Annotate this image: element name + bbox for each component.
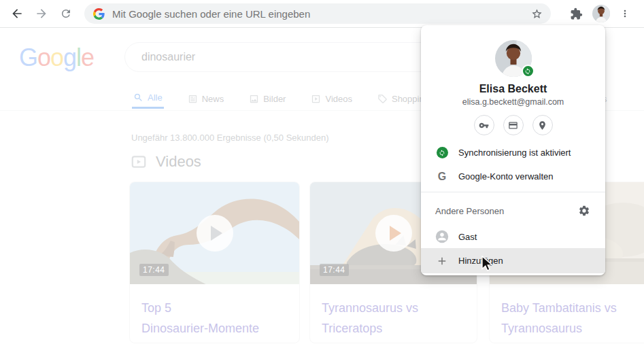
profile-avatar-large	[495, 40, 532, 77]
manage-account-item[interactable]: G Google-Konto verwalten	[421, 165, 605, 188]
profile-menu: Elisa Beckett elisa.g.beckett@gmail.com …	[421, 25, 605, 275]
forward-button[interactable]	[33, 5, 50, 22]
account-name: Elisa Beckett	[421, 83, 605, 95]
guest-item[interactable]: Gast	[421, 225, 605, 248]
other-people-section: Andere Personen	[421, 196, 605, 225]
profile-menu-items: Synchronisierung ist aktiviert G Google-…	[421, 141, 605, 188]
video-title-link[interactable]: Top 5 Dinosaurier-Momente	[130, 284, 299, 339]
logo-letter: G	[19, 44, 37, 71]
news-icon	[188, 94, 198, 104]
other-people-label: Andere Personen	[435, 206, 504, 216]
guest-label: Gast	[458, 232, 477, 242]
credit-card-icon	[508, 120, 518, 131]
add-icon-wrap	[435, 255, 449, 267]
tab-bilder[interactable]: Bilder	[248, 88, 287, 109]
key-icon	[479, 120, 489, 131]
tab-videos[interactable]: Videos	[309, 88, 354, 109]
add-person-label: Hinzufügen	[458, 256, 503, 266]
guest-avatar-icon	[435, 230, 449, 243]
puzzle-icon	[570, 7, 583, 20]
sync-icon	[524, 68, 531, 75]
forward-arrow-icon	[35, 7, 48, 20]
plus-icon	[436, 255, 448, 267]
video-title-line: Triceratops	[322, 318, 465, 339]
passwords-button[interactable]	[474, 115, 494, 135]
quick-actions-row	[421, 115, 605, 135]
manage-people-button[interactable]	[577, 204, 591, 218]
logo-letter: o	[50, 44, 63, 71]
shopping-tag-icon	[377, 94, 388, 104]
tab-label: News	[202, 94, 224, 104]
video-title-link[interactable]: Tyrannosaurus vs Triceratops	[310, 284, 477, 339]
video-title-line: Baby Tambatitanis vs	[501, 298, 644, 318]
tab-label: Videos	[325, 94, 352, 104]
tab-alle[interactable]: Alle	[132, 88, 164, 109]
play-icon	[211, 226, 222, 241]
search-query-text: dinosaurier	[141, 51, 195, 63]
video-title-line: Top 5	[141, 298, 288, 318]
reload-button[interactable]	[57, 5, 75, 22]
star-icon	[531, 8, 543, 20]
payments-button[interactable]	[503, 115, 524, 135]
images-icon	[249, 94, 259, 104]
add-person-item[interactable]: Hinzufügen	[421, 248, 605, 273]
tab-label: Bilder	[263, 94, 286, 104]
video-duration-badge: 17:44	[139, 264, 169, 276]
sync-enabled-icon	[437, 147, 448, 158]
tab-news[interactable]: News	[186, 88, 226, 109]
google-logo: Google	[19, 44, 94, 72]
browser-menu-button[interactable]	[616, 5, 634, 22]
profile-avatar-button[interactable]	[592, 4, 611, 23]
bookmark-button[interactable]	[529, 6, 544, 21]
video-title-line: Tyrannosaurus	[501, 318, 644, 339]
video-title-link[interactable]: Baby Tambatitanis vs Tyrannosaurus	[490, 284, 644, 339]
location-pin-icon	[537, 120, 547, 131]
video-section-icon	[130, 153, 148, 171]
play-button[interactable]	[197, 215, 233, 252]
video-thumbnail: 17:44	[130, 182, 299, 284]
browser-toolbar	[0, 0, 644, 28]
manage-account-label: Google-Konto verwalten	[458, 171, 553, 182]
reload-icon	[60, 7, 72, 20]
menu-divider	[421, 192, 605, 192]
tab-label: Alle	[148, 92, 163, 103]
video-duration-badge: 17:44	[320, 264, 349, 276]
sync-badge	[522, 65, 535, 78]
videos-section-header: Videos	[130, 153, 201, 171]
google-g-letter-icon: G	[435, 171, 449, 183]
videos-icon	[311, 94, 321, 104]
logo-letter: g	[63, 44, 76, 71]
addresses-button[interactable]	[532, 115, 553, 135]
url-input[interactable]	[112, 8, 529, 20]
extensions-button[interactable]	[567, 5, 585, 22]
video-result-card[interactable]: 17:44 Top 5 Dinosaurier-Momente	[129, 182, 300, 343]
back-arrow-icon	[10, 7, 24, 20]
three-dots-icon	[620, 8, 630, 19]
account-email: elisa.g.beckett@gmail.com	[421, 97, 605, 107]
google-g-icon	[93, 8, 105, 20]
guest-icon-wrap	[435, 230, 449, 243]
video-title-line: Dinosaurier-Momente	[141, 318, 288, 339]
videos-section-title: Videos	[156, 153, 201, 171]
logo-letter: e	[81, 44, 94, 71]
play-button[interactable]	[375, 215, 412, 252]
gear-icon	[578, 205, 590, 217]
back-button[interactable]	[8, 5, 26, 22]
sync-status-item[interactable]: Synchronisierung ist aktiviert	[421, 141, 605, 165]
browser-window: Google dinosaurier Alle News Bilder	[0, 0, 644, 361]
play-icon	[390, 226, 401, 241]
search-icon	[133, 92, 143, 103]
logo-letter: o	[37, 44, 50, 71]
sync-status-label: Synchronisierung ist aktiviert	[458, 148, 571, 158]
results-stats: Ungefähr 13.800.000 Ergebnisse (0,50 Sek…	[131, 133, 329, 143]
video-title-line: Tyrannosaurus vs	[322, 298, 465, 318]
sync-status-icon-wrap	[435, 147, 449, 158]
user-avatar	[592, 5, 610, 22]
address-bar[interactable]	[84, 3, 551, 24]
